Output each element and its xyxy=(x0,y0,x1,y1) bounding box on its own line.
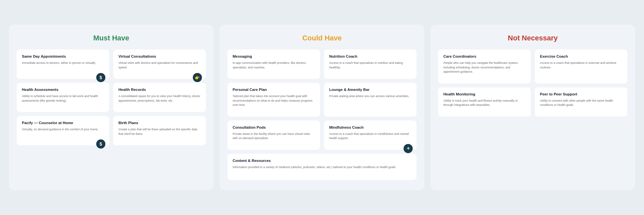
card-badge-same-day-appointments: $ xyxy=(96,73,105,82)
card-personal-care-plan: Personal Care PlanTailored plan that tak… xyxy=(227,83,320,116)
card-desc-content-resources: Information provided in a variety of med… xyxy=(233,165,411,170)
card-exercise-coach: Exercise CoachAccess to a coach that spe… xyxy=(535,50,627,83)
card-desc-messaging: In-app communication with health provide… xyxy=(233,61,315,70)
card-lounge-amenity-bar: Lounge & Amenity BarPrivate waiting area… xyxy=(324,83,417,116)
column-title-must-have: Must Have xyxy=(17,34,206,42)
card-messaging: MessagingIn-app communication with healt… xyxy=(227,50,320,79)
card-title-health-monitoring: Health Monitoring xyxy=(443,92,526,97)
card-badge-pacify-counselor: $ xyxy=(96,139,105,149)
card-desc-mindfulness-coach: Access to a coach that specializes in mi… xyxy=(329,132,411,141)
card-title-virtual-consultations: Virtual Consultations xyxy=(118,54,201,59)
card-peer-support: Peer to Peer SupportAbility to connect w… xyxy=(535,87,627,117)
card-desc-birth-plans: Create a plan that will be there uploade… xyxy=(118,127,201,136)
card-birth-plans: Birth PlansCreate a plan that will be th… xyxy=(113,116,206,145)
card-pacify-counselor: Pacify — Counselor at HomeVirtually, on … xyxy=(17,116,109,145)
card-desc-pacify-counselor: Virtually, on demand guidance in the com… xyxy=(22,127,104,132)
card-desc-personal-care-plan: Tailored plan that takes into account yo… xyxy=(233,94,315,108)
card-health-assessments: Health AssessmentsAbility to schedule an… xyxy=(17,83,109,112)
card-content-resources: Content & ResourcesInformation provided … xyxy=(227,154,417,180)
card-title-care-coordinators: Care Coordinators xyxy=(443,54,526,59)
card-desc-nutrition-coach: Access to a coach that specializes in nu… xyxy=(329,61,411,70)
card-title-pacify-counselor: Pacify — Counselor at Home xyxy=(22,121,104,125)
card-same-day-appointments: Same Day AppointmentsImmediate access to… xyxy=(17,50,109,79)
card-desc-same-day-appointments: Immediate access to doctors, either in p… xyxy=(22,61,104,65)
cards-grid-must-have: Same Day AppointmentsImmediate access to… xyxy=(17,50,206,145)
card-title-health-records: Health Records xyxy=(118,87,201,92)
card-title-mindfulness-coach: Mindfulness Coach xyxy=(329,125,411,130)
card-title-lounge-amenity-bar: Lounge & Amenity Bar xyxy=(329,87,411,92)
card-virtual-consultations: Virtual ConsultationsVirtual visits with… xyxy=(113,50,206,79)
card-consultation-pods: Consultation PodsPrivate areas in the fa… xyxy=(227,121,320,150)
card-mindfulness-coach: Mindfulness CoachAccess to a coach that … xyxy=(324,121,417,150)
card-title-exercise-coach: Exercise Coach xyxy=(540,54,622,59)
card-desc-care-coordinators: People who can help you navigate the hea… xyxy=(443,61,526,74)
card-title-birth-plans: Birth Plans xyxy=(118,121,201,125)
cards-grid-not-necessary: Care CoordinatorsPeople who can help you… xyxy=(438,50,627,116)
card-title-health-assessments: Health Assessments xyxy=(22,87,104,92)
card-title-nutrition-coach: Nutrition Coach xyxy=(329,54,411,59)
card-care-coordinators: Care CoordinatorsPeople who can help you… xyxy=(438,50,531,83)
card-title-consultation-pods: Consultation Pods xyxy=(233,125,315,130)
card-title-same-day-appointments: Same Day Appointments xyxy=(22,54,104,59)
main-container: Must HaveSame Day AppointmentsImmediate … xyxy=(9,25,635,190)
card-title-content-resources: Content & Resources xyxy=(233,158,411,163)
column-must-have: Must HaveSame Day AppointmentsImmediate … xyxy=(9,25,214,190)
cards-grid-could-have: MessagingIn-app communication with healt… xyxy=(227,50,417,179)
card-desc-health-assessments: Ability to schedule and have access to l… xyxy=(22,94,104,103)
card-title-peer-support: Peer to Peer Support xyxy=(540,92,622,97)
card-badge-mindfulness-coach: ✦ xyxy=(404,144,413,153)
card-title-messaging: Messaging xyxy=(233,54,315,59)
column-not-necessary: Not NecessaryCare CoordinatorsPeople who… xyxy=(430,25,635,190)
card-desc-peer-support: Ability to connect with other people wit… xyxy=(540,99,622,108)
card-desc-lounge-amenity-bar: Private waiting area where you can acces… xyxy=(329,94,411,99)
column-could-have: Could HaveMessagingIn-app communication … xyxy=(220,25,424,190)
card-desc-consultation-pods: Private areas in the facility where you … xyxy=(233,132,315,141)
card-desc-virtual-consultations: Virtual visits with doctors and speciali… xyxy=(118,61,201,70)
card-title-personal-care-plan: Personal Care Plan xyxy=(233,87,315,92)
card-health-records: Health RecordsA consolidated space for y… xyxy=(113,83,206,112)
card-health-monitoring: Health MonitoringAbility to track your h… xyxy=(438,87,531,117)
card-desc-health-monitoring: Ability to track your health and fitness… xyxy=(443,99,526,108)
card-desc-exercise-coach: Access to a coach that specializes in ex… xyxy=(540,61,622,70)
column-title-not-necessary: Not Necessary xyxy=(438,34,627,42)
card-nutrition-coach: Nutrition CoachAccess to a coach that sp… xyxy=(324,50,417,79)
column-title-could-have: Could Have xyxy=(227,34,417,42)
card-desc-health-records: A consolidated space for you to view you… xyxy=(118,94,201,103)
card-badge-virtual-consultations: 👉 xyxy=(193,73,202,82)
